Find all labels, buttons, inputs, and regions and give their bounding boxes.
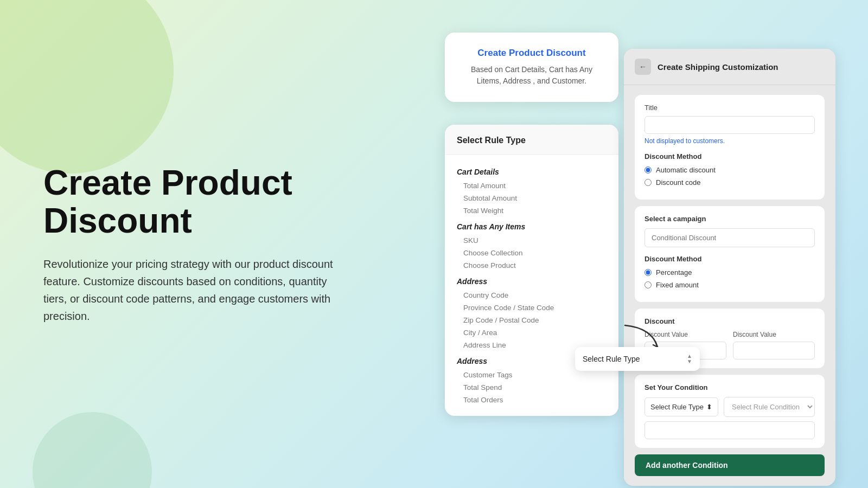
discount-method-group1: Automatic discount Discount code [644, 166, 815, 187]
shipping-title: Create Shipping Customization [658, 62, 778, 72]
rule-item-total-weight[interactable]: Total Weight [457, 204, 607, 217]
rule-item-sku[interactable]: SKU [457, 234, 607, 247]
rule-section-address: Address [457, 277, 607, 286]
rule-item-province-code[interactable]: Province Code / State Code [457, 301, 607, 314]
campaign-input[interactable] [644, 228, 815, 247]
radio-automatic[interactable]: Automatic discount [644, 166, 815, 174]
condition-label: Set Your Condition [644, 383, 815, 391]
back-button[interactable]: ← [635, 59, 651, 75]
rule-section-cart-items: Cart has Any Items [457, 222, 607, 231]
rule-type-header: Select Rule Type [445, 125, 618, 155]
radio-fixed-amount[interactable]: Fixed amount [644, 281, 815, 289]
radio-discount-code[interactable]: Discount code [644, 178, 815, 187]
dropdown-arrow-icon: ⬍ [706, 403, 712, 411]
product-card-desc: Based on Cart Details, Cart has Any Lite… [458, 64, 605, 87]
dropdown-arrows-icon: ▲ ▼ [687, 354, 692, 364]
radio-percentage-label: Percentage [656, 268, 692, 277]
radio-automatic-label: Automatic discount [656, 166, 716, 174]
discount-method-label1: Discount Method [644, 152, 815, 160]
discount-method-group2: Percentage Fixed amount [644, 268, 815, 289]
discount-label: Discount [644, 317, 815, 325]
rule-type-body: Cart Details Total Amount Subtotal Amoun… [445, 155, 618, 416]
card-shipping: ← Create Shipping Customization Title No… [624, 49, 835, 486]
radio-discount-code-label: Discount code [656, 178, 700, 187]
select-rule-type-text: Select Rule Type [650, 403, 704, 411]
condition-section: Set Your Condition Select Rule Type ⬍ Se… [635, 375, 825, 448]
rule-item-choose-collection[interactable]: Choose Collection [457, 247, 607, 259]
condition-value-input[interactable] [644, 421, 815, 439]
discount-value2-input[interactable] [733, 342, 815, 359]
select-rule-condition[interactable]: Select Rule Condition [724, 397, 815, 417]
discount-value2-label: Discount Value [733, 331, 815, 338]
product-card-title: Create Product Discount [458, 48, 605, 59]
title-section: Title Not displayed to customers. Discou… [635, 95, 825, 200]
radio-discount-code-input[interactable] [644, 179, 652, 186]
bg-circle-top [0, 0, 174, 174]
select-rule-type-dropdown[interactable]: Select Rule Type ⬍ [644, 397, 718, 416]
cards-container: Create Product Discount Based on Cart De… [445, 33, 835, 455]
title-label: Title [644, 104, 815, 112]
rule-item-choose-product[interactable]: Choose Product [457, 259, 607, 272]
page-heading: Create Product Discount [43, 164, 347, 240]
card-rule-type: Select Rule Type Cart Details Total Amou… [445, 125, 618, 416]
title-helper: Not displayed to customers. [644, 137, 815, 145]
campaign-label: Select a campaign [644, 215, 815, 223]
radio-percentage[interactable]: Percentage [644, 268, 815, 277]
discount-method-label2: Discount Method [644, 255, 815, 263]
title-input[interactable] [644, 116, 815, 134]
rule-item-city-area[interactable]: City / Area [457, 326, 607, 339]
shipping-body: Title Not displayed to customers. Discou… [624, 85, 835, 486]
campaign-section: Select a campaign Discount Method Percen… [635, 206, 825, 302]
rule-item-total-spend[interactable]: Total Spend [457, 381, 607, 394]
page-description: Revolutionize your pricing strategy with… [43, 255, 347, 324]
floating-dropdown-label: Select Rule Type [583, 355, 640, 363]
radio-automatic-input[interactable] [644, 166, 652, 174]
radio-percentage-input[interactable] [644, 269, 652, 276]
radio-fixed-amount-input[interactable] [644, 281, 652, 288]
left-section: Create Product Discount Revolutionize yo… [43, 164, 347, 325]
bg-circle-bottom [33, 412, 152, 488]
discount-col2: Discount Value [733, 331, 815, 359]
rule-section-cart-details: Cart Details [457, 168, 607, 176]
floating-rule-type-dropdown[interactable]: Select Rule Type ▲ ▼ [575, 347, 700, 371]
rule-item-country-code[interactable]: Country Code [457, 289, 607, 301]
radio-fixed-amount-label: Fixed amount [656, 281, 699, 289]
rule-item-subtotal-amount[interactable]: Subtotal Amount [457, 192, 607, 204]
add-condition-button[interactable]: Add another Condition [635, 454, 825, 476]
back-arrow-icon: ← [639, 62, 647, 71]
rule-item-total-amount[interactable]: Total Amount [457, 179, 607, 192]
rule-item-zip-code[interactable]: Zip Code / Postal Code [457, 314, 607, 326]
rule-item-total-orders[interactable]: Total Orders [457, 394, 607, 406]
card-product-discount: Create Product Discount Based on Cart De… [445, 33, 618, 102]
shipping-header: ← Create Shipping Customization [624, 49, 835, 85]
condition-row: Select Rule Type ⬍ Select Rule Condition [644, 397, 815, 417]
arrow-down-icon: ▼ [687, 359, 692, 364]
